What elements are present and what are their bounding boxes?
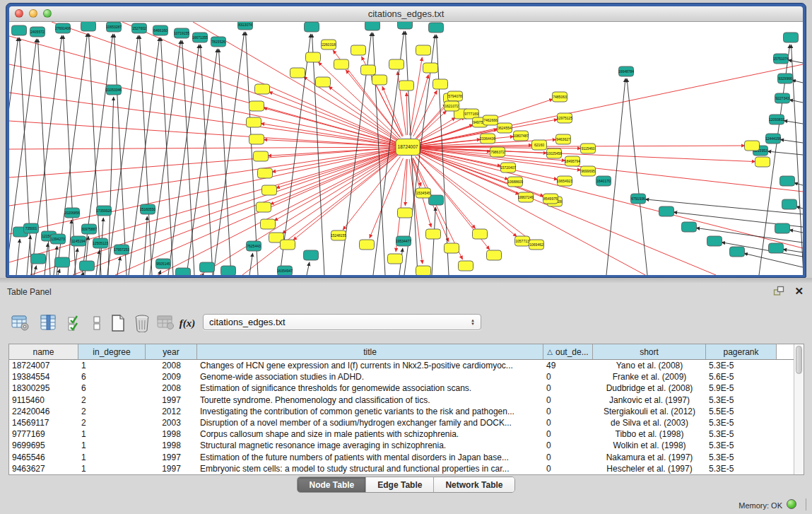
- close-panel-icon[interactable]: ✕: [794, 286, 804, 296]
- memory-status-label: Memory: OK: [739, 501, 782, 510]
- delete-column-button[interactable]: [131, 313, 153, 334]
- delete-table-button[interactable]: [155, 313, 177, 334]
- table-scrollbar[interactable]: [794, 344, 804, 474]
- svg-text:2260318: 2260318: [322, 42, 336, 47]
- tab-node-table[interactable]: Node Table: [298, 477, 366, 492]
- cell-title: Estimation of significance thresholds fo…: [197, 383, 543, 393]
- cell-title: Embryonic stem cells: a model to study s…: [197, 464, 543, 474]
- select-all-columns-button[interactable]: [65, 313, 86, 334]
- svg-text:19654923: 19654923: [557, 179, 572, 183]
- cell-short: Franke et al. (2009): [593, 372, 706, 382]
- svg-text:7986372: 7986372: [490, 150, 505, 154]
- memory-ok-indicator[interactable]: [787, 499, 796, 509]
- table-options-button[interactable]: [10, 313, 31, 334]
- table-row[interactable]: 1938455462009Genome-wide association stu…: [9, 371, 804, 382]
- cell-in_degree: 6: [78, 383, 146, 393]
- column-header-label: title: [363, 347, 377, 357]
- table-row[interactable]: 1872400712008Changes of HCN gene express…: [9, 360, 804, 371]
- column-header-title[interactable]: title: [197, 344, 543, 359]
- status-bar: Memory: OK: [0, 495, 812, 514]
- table-select-dropdown[interactable]: citations_edges.txt ▲▼: [203, 314, 481, 330]
- column-header-out_degree[interactable]: △out_de...: [543, 344, 593, 359]
- table-header: namein_degreeyeartitle△out_de...shortpag…: [9, 344, 804, 360]
- svg-text:12505123: 12505123: [93, 241, 108, 245]
- cell-pagerank: 5.6E-5: [706, 372, 777, 382]
- column-header-label: year: [163, 347, 179, 357]
- column-header-filler[interactable]: [777, 344, 795, 359]
- svg-text:9329966: 9329966: [778, 76, 792, 81]
- svg-text:7462666: 7462666: [483, 118, 498, 122]
- cell-short: Nakamura et al. (1997): [593, 452, 706, 462]
- column-header-label: in_degree: [93, 347, 130, 357]
- cell-in_degree: 1: [78, 440, 146, 450]
- cell-year: 1997: [146, 464, 197, 474]
- svg-text:1394273: 1394273: [51, 237, 65, 241]
- column-header-pagerank[interactable]: pagerank: [706, 344, 777, 359]
- network-window-titlebar[interactable]: citations_edges.txt: [9, 6, 803, 22]
- close-window-button[interactable]: [15, 9, 23, 18]
- cell-title: Investigating the contribution of common…: [197, 407, 543, 416]
- function-builder-button[interactable]: f(x): [177, 313, 198, 334]
- cell-name: 18300295: [9, 383, 78, 393]
- table-row[interactable]: 1830029562008Estimation of significance …: [9, 382, 804, 394]
- network-canvas[interactable]: 2405572276914061065328715276026466160107…: [9, 22, 803, 275]
- table-row[interactable]: 1456911722003Disruption of a novel membe…: [9, 417, 804, 428]
- table-row[interactable]: 911546021997Tourette syndrome. Phenomeno…: [9, 395, 804, 406]
- cell-name: 19384554: [9, 372, 78, 382]
- column-header-label: short: [640, 347, 659, 357]
- node-table: namein_degreeyeartitle△out_de...shortpag…: [8, 344, 804, 475]
- cell-name: 9699695: [9, 440, 78, 450]
- cell-year: 1997: [146, 452, 197, 462]
- svg-text:6791936: 6791936: [631, 197, 645, 201]
- column-header-year[interactable]: year: [146, 344, 197, 359]
- column-header-short[interactable]: short: [593, 344, 706, 359]
- cytoscape-app: citations_edges.txt 24055722769140610653…: [0, 0, 812, 514]
- table-select-value: citations_edges.txt: [209, 317, 471, 327]
- create-column-button[interactable]: [107, 313, 129, 334]
- svg-text:10025458: 10025458: [546, 151, 562, 156]
- svg-text:8549975: 8549975: [543, 197, 558, 201]
- svg-text:1621072: 1621072: [445, 104, 459, 108]
- svg-text:5794078: 5794078: [448, 94, 462, 98]
- cell-year: 1998: [146, 429, 197, 439]
- cell-short: Tibbo et al. (1998): [593, 429, 706, 439]
- table-row[interactable]: 946554611997Estimation of the future num…: [9, 452, 804, 463]
- cell-short: Hescheler et al. (1997): [593, 464, 706, 474]
- column-header-name[interactable]: name: [9, 344, 78, 359]
- svg-text:17359928: 17359928: [96, 209, 112, 213]
- panel-divider[interactable]: [0, 278, 812, 283]
- svg-text:27691406: 27691406: [55, 26, 71, 30]
- network-graph[interactable]: 2405572276914061065328715276026466160107…: [9, 22, 803, 275]
- tab-edge-table[interactable]: Edge Table: [366, 477, 434, 492]
- cell-short: Dudbridge et al. (2008): [593, 383, 706, 393]
- table-row[interactable]: 969969511998Structural magnetic resonanc…: [9, 440, 804, 451]
- table-row[interactable]: 2242004622012Investigating the contribut…: [9, 406, 804, 417]
- zoom-window-button[interactable]: [43, 9, 52, 18]
- cell-title: Disruption of a novel member of a sodium…: [197, 418, 543, 428]
- cell-out_degree: 0: [543, 395, 593, 405]
- cell-year: 1997: [146, 395, 197, 405]
- svg-text:1069462: 1069462: [529, 243, 543, 247]
- cell-in_degree: 2: [78, 395, 146, 405]
- svg-text:3624554: 3624554: [498, 126, 512, 130]
- cell-name: 22420046: [9, 407, 78, 416]
- cell-out_degree: 0: [543, 464, 593, 474]
- column-header-in_degree[interactable]: in_degree: [78, 344, 146, 359]
- table-row[interactable]: 946362711997Embryonic stem cells: a mode…: [9, 463, 804, 474]
- scrollbar-thumb[interactable]: [796, 346, 802, 374]
- svg-text:12093832: 12093832: [769, 117, 784, 122]
- unselect-all-columns-button[interactable]: [86, 313, 107, 334]
- svg-text:30975887: 30975887: [81, 227, 97, 231]
- cell-in_degree: 1: [78, 464, 146, 474]
- cell-name: 9465546: [9, 452, 78, 462]
- minimize-window-button[interactable]: [29, 9, 37, 18]
- cell-short: Stergiakouli et al. (2012): [593, 407, 706, 416]
- table-row[interactable]: 977716911998Corpus callosum shape and si…: [9, 428, 804, 440]
- svg-text:62160: 62160: [534, 143, 544, 147]
- float-panel-icon[interactable]: [773, 286, 784, 296]
- cell-pagerank: 5.3E-5: [706, 418, 777, 428]
- cell-title: Genome-wide association studies in ADHD.: [197, 372, 543, 382]
- tab-network-table[interactable]: Network Table: [434, 477, 514, 492]
- cell-short: de Silva et al. (2003): [593, 418, 706, 428]
- show-columns-button[interactable]: [38, 313, 59, 334]
